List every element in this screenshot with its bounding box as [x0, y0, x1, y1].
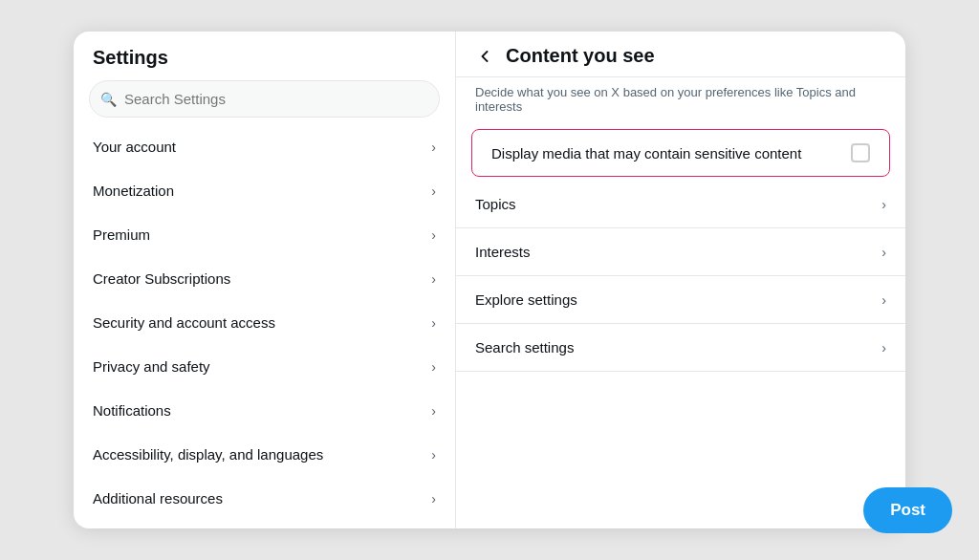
post-button-wrap: Post — [863, 487, 952, 533]
sidebar-item-label: Accessibility, display, and languages — [93, 446, 323, 463]
content-panel: Content you see Decide what you see on X… — [456, 32, 905, 528]
sidebar-item-label: Notifications — [93, 402, 171, 419]
sidebar-item-label: Premium — [93, 226, 150, 243]
content-nav-search[interactable]: Search settings › — [456, 324, 905, 372]
content-nav-topics[interactable]: Topics › — [456, 181, 905, 228]
chevron-right-icon: › — [881, 245, 886, 260]
sidebar-item-label: Additional resources — [93, 490, 223, 506]
content-nav-label: Interests — [475, 244, 531, 260]
content-subtitle: Decide what you see on X based on your p… — [456, 77, 905, 125]
sidebar: Settings 🔍 Your account › Monetization ›… — [74, 32, 456, 528]
chevron-right-icon: › — [431, 183, 436, 199]
chevron-right-icon: › — [881, 340, 886, 355]
content-nav-label: Topics — [475, 196, 516, 212]
sidebar-item-privacy[interactable]: Privacy and safety › — [74, 345, 455, 389]
sidebar-item-label: Security and account access — [93, 314, 275, 331]
sidebar-item-label: Creator Subscriptions — [93, 270, 230, 287]
post-button[interactable]: Post — [863, 487, 952, 533]
sidebar-item-creator-subscriptions[interactable]: Creator Subscriptions › — [74, 257, 455, 301]
chevron-right-icon: › — [431, 227, 436, 243]
sidebar-item-label: Privacy and safety — [93, 358, 210, 375]
chevron-right-icon: › — [431, 140, 436, 155]
content-title: Content you see — [506, 45, 655, 67]
chevron-right-icon: › — [881, 197, 886, 212]
sidebar-item-your-account[interactable]: Your account › — [74, 125, 455, 169]
sidebar-nav: Your account › Monetization › Premium › … — [74, 125, 455, 528]
chevron-right-icon: › — [431, 491, 436, 506]
content-nav-label: Search settings — [475, 339, 574, 355]
content-header: Content you see — [456, 32, 905, 77]
content-nav-interests[interactable]: Interests › — [456, 228, 905, 276]
chevron-right-icon: › — [431, 315, 436, 331]
sensitive-content-checkbox[interactable] — [851, 143, 870, 162]
sidebar-item-premium[interactable]: Premium › — [74, 213, 455, 257]
content-nav-explore[interactable]: Explore settings › — [456, 276, 905, 324]
sidebar-item-label: Your account — [93, 139, 176, 155]
chevron-right-icon: › — [431, 447, 436, 463]
sidebar-item-monetization[interactable]: Monetization › — [74, 169, 455, 213]
back-button[interactable] — [475, 47, 494, 66]
chevron-right-icon: › — [431, 403, 436, 419]
chevron-right-icon: › — [431, 359, 436, 375]
sidebar-item-accessibility[interactable]: Accessibility, display, and languages › — [74, 433, 455, 477]
sidebar-item-label: Monetization — [93, 183, 174, 199]
sensitive-content-row[interactable]: Display media that may contain sensitive… — [471, 129, 890, 177]
chevron-right-icon: › — [431, 271, 436, 287]
sidebar-title: Settings — [74, 32, 455, 80]
sidebar-item-additional-resources[interactable]: Additional resources › — [74, 477, 455, 521]
content-nav-label: Explore settings — [475, 291, 577, 308]
sidebar-item-notifications[interactable]: Notifications › — [74, 389, 455, 433]
search-icon: 🔍 — [100, 92, 117, 107]
search-box: 🔍 — [89, 80, 440, 118]
sidebar-item-security[interactable]: Security and account access › — [74, 301, 455, 345]
sensitive-content-label: Display media that may contain sensitive… — [491, 145, 801, 162]
search-input[interactable] — [89, 80, 440, 118]
main-container: Settings 🔍 Your account › Monetization ›… — [74, 32, 905, 528]
chevron-right-icon: › — [881, 292, 886, 308]
content-nav-list: Topics › Interests › Explore settings › … — [456, 181, 905, 528]
